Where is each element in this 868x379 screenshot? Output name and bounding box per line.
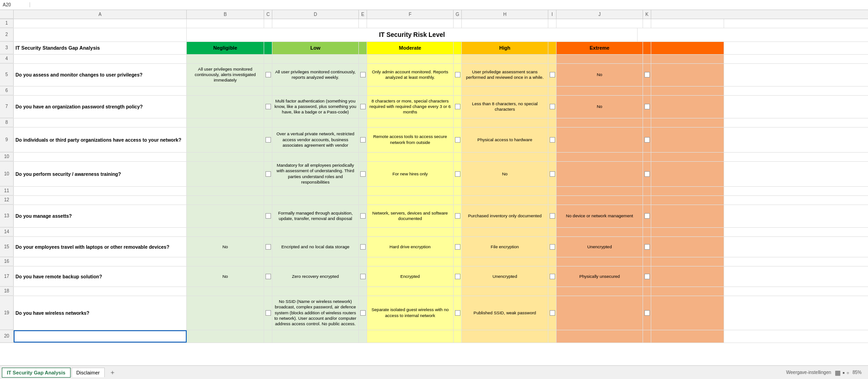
question-15[interactable]: Do your employees travel with laptops or… bbox=[14, 237, 187, 257]
checkbox-icon[interactable] bbox=[455, 104, 460, 109]
question-7[interactable]: Do you have an organization password str… bbox=[14, 96, 187, 118]
col-header-a[interactable]: A bbox=[14, 10, 187, 19]
col-header-k[interactable]: K bbox=[643, 10, 651, 19]
checkbox-g9[interactable] bbox=[454, 128, 462, 152]
checkbox-icon[interactable] bbox=[266, 137, 271, 143]
question-10[interactable]: Do you perform security / awareness trai… bbox=[14, 162, 187, 186]
cell-c4[interactable] bbox=[264, 55, 272, 63]
cell-c1[interactable] bbox=[264, 19, 272, 28]
page-layout-icon[interactable]: ▪ bbox=[842, 369, 845, 376]
checkbox-k5[interactable] bbox=[643, 64, 651, 86]
cell-i1[interactable] bbox=[548, 19, 557, 28]
cell-d1[interactable] bbox=[272, 19, 359, 28]
checkbox-icon[interactable] bbox=[360, 310, 366, 316]
checkbox-k7[interactable] bbox=[643, 96, 651, 118]
cell-i4[interactable] bbox=[548, 55, 557, 63]
checkbox-icon[interactable] bbox=[455, 274, 460, 279]
checkbox-i5[interactable] bbox=[548, 64, 557, 86]
checkbox-icon[interactable] bbox=[455, 171, 460, 177]
checkbox-icon[interactable] bbox=[360, 104, 366, 109]
checkbox-g15[interactable] bbox=[454, 237, 462, 257]
cell-g4[interactable] bbox=[454, 55, 462, 63]
tab-it-security-gap-analysis[interactable]: IT Security Gap Analysis bbox=[2, 368, 71, 378]
checkbox-g13[interactable] bbox=[454, 205, 462, 227]
checkbox-icon[interactable] bbox=[360, 137, 366, 143]
checkbox-icon[interactable] bbox=[360, 213, 366, 219]
cell-a1[interactable] bbox=[14, 19, 187, 28]
scroll-area[interactable]: 1 2 IT Security Risk Level bbox=[0, 19, 868, 373]
checkbox-g17[interactable] bbox=[454, 266, 462, 287]
checkbox-e9[interactable] bbox=[359, 128, 367, 152]
checkbox-i13[interactable] bbox=[548, 205, 557, 227]
cell-b4[interactable] bbox=[187, 55, 264, 63]
checkbox-e17[interactable] bbox=[359, 266, 367, 287]
cell-e1[interactable] bbox=[359, 19, 367, 28]
cell-a20-selected[interactable] bbox=[14, 330, 187, 343]
col-header-h[interactable]: H bbox=[462, 10, 548, 19]
cell-l1[interactable] bbox=[651, 19, 724, 28]
checkbox-e7[interactable] bbox=[359, 96, 367, 118]
checkbox-k10[interactable] bbox=[643, 162, 651, 186]
checkbox-c13[interactable] bbox=[264, 205, 272, 227]
checkbox-icon[interactable] bbox=[266, 213, 271, 219]
checkbox-icon[interactable] bbox=[550, 244, 555, 250]
checkbox-e10[interactable] bbox=[359, 162, 367, 186]
cell-a2[interactable] bbox=[14, 28, 187, 41]
checkbox-g7[interactable] bbox=[454, 96, 462, 118]
checkbox-i7[interactable] bbox=[548, 96, 557, 118]
checkbox-icon[interactable] bbox=[455, 137, 460, 143]
cell-e4[interactable] bbox=[359, 55, 367, 63]
question-13[interactable]: Do you manage assetts? bbox=[14, 205, 187, 227]
col-header-f[interactable]: F bbox=[367, 10, 454, 19]
checkbox-c17[interactable] bbox=[264, 266, 272, 287]
checkbox-icon[interactable] bbox=[644, 72, 650, 77]
cell-g1[interactable] bbox=[454, 19, 462, 28]
checkbox-icon[interactable] bbox=[550, 274, 555, 279]
checkbox-e19[interactable] bbox=[359, 296, 367, 330]
checkbox-i10[interactable] bbox=[548, 162, 557, 186]
question-19[interactable]: Do you have wireless networks? bbox=[14, 296, 187, 330]
checkbox-icon[interactable] bbox=[644, 244, 650, 250]
question-17[interactable]: Do you have remote backup solution? bbox=[14, 266, 187, 287]
normal-view-icon[interactable]: ▦ bbox=[835, 369, 841, 376]
add-sheet-button[interactable]: ＋ bbox=[106, 367, 119, 379]
checkbox-c15[interactable] bbox=[264, 237, 272, 257]
checkbox-icon[interactable] bbox=[266, 244, 271, 250]
checkbox-icon[interactable] bbox=[360, 274, 366, 279]
col-header-c[interactable]: C bbox=[264, 10, 272, 19]
col-header-d[interactable]: D bbox=[272, 10, 359, 19]
checkbox-e13[interactable] bbox=[359, 205, 367, 227]
cell-f4[interactable] bbox=[367, 55, 454, 63]
checkbox-icon[interactable] bbox=[644, 213, 650, 219]
checkbox-c19[interactable] bbox=[264, 296, 272, 330]
cell-k4[interactable] bbox=[643, 55, 651, 63]
cell-j1[interactable] bbox=[557, 19, 643, 28]
checkbox-e5[interactable] bbox=[359, 64, 367, 86]
col-header-b[interactable]: B bbox=[187, 10, 264, 19]
checkbox-icon[interactable] bbox=[266, 310, 271, 316]
cell-h1[interactable] bbox=[462, 19, 548, 28]
checkbox-icon[interactable] bbox=[455, 213, 460, 219]
checkbox-icon[interactable] bbox=[360, 171, 366, 177]
question-5[interactable]: Do you assess and monitor changes to use… bbox=[14, 64, 187, 86]
checkbox-icon[interactable] bbox=[550, 171, 555, 177]
checkbox-icon[interactable] bbox=[455, 244, 460, 250]
checkbox-i9[interactable] bbox=[548, 128, 557, 152]
checkbox-c10[interactable] bbox=[264, 162, 272, 186]
checkbox-icon[interactable] bbox=[644, 274, 650, 279]
checkbox-g5[interactable] bbox=[454, 64, 462, 86]
checkbox-icon[interactable] bbox=[360, 244, 366, 250]
cell-k1[interactable] bbox=[643, 19, 651, 28]
checkbox-i19[interactable] bbox=[548, 296, 557, 330]
checkbox-icon[interactable] bbox=[550, 137, 555, 143]
col-header-e[interactable]: E bbox=[359, 10, 367, 19]
cell-l4[interactable] bbox=[651, 55, 724, 63]
col-header-g[interactable]: G bbox=[454, 10, 462, 19]
cell-reference[interactable]: A20 bbox=[3, 2, 30, 7]
tab-disclaimer[interactable]: Disclaimer bbox=[71, 368, 105, 377]
checkbox-icon[interactable] bbox=[550, 213, 555, 219]
cell-d4[interactable] bbox=[272, 55, 359, 63]
checkbox-icon[interactable] bbox=[360, 72, 366, 77]
checkbox-i17[interactable] bbox=[548, 266, 557, 287]
checkbox-c9[interactable] bbox=[264, 128, 272, 152]
